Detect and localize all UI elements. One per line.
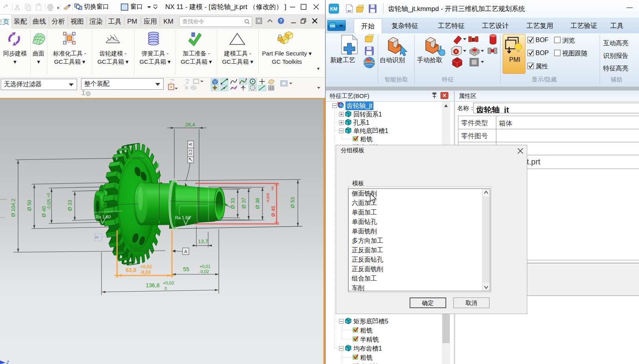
svg-text:28,4: 28,4 xyxy=(185,122,195,127)
svg-text:0: 0 xyxy=(164,286,167,291)
svg-text:-0,025: -0,025 xyxy=(47,198,51,210)
svg-text:+0,03: +0,03 xyxy=(163,281,174,285)
svg-text:Ø 104,2: Ø 104,2 xyxy=(10,199,16,217)
svg-text:Ø 37: Ø 37 xyxy=(241,198,247,209)
svg-text:Z: Z xyxy=(6,360,9,364)
svg-text:Ø 45: Ø 45 xyxy=(270,206,276,217)
svg-text:+0,02: +0,02 xyxy=(140,264,152,270)
svg-text:45: 45 xyxy=(155,163,160,168)
svg-text:KM: KM xyxy=(330,6,338,12)
svg-text:Ra 1.60: Ra 1.60 xyxy=(96,214,111,219)
svg-text:0.3: 0.3 xyxy=(188,150,193,155)
svg-text:Ø 53: Ø 53 xyxy=(290,197,295,208)
svg-text:+0,01: +0,01 xyxy=(199,264,211,269)
svg-text:63,8: 63,8 xyxy=(126,267,136,273)
svg-text:?: ? xyxy=(280,18,283,23)
svg-text:55: 55 xyxy=(183,266,189,272)
svg-text:-0,03: -0,03 xyxy=(140,270,151,275)
svg-text:Ø 33: Ø 33 xyxy=(67,200,73,211)
svg-text:B: B xyxy=(95,236,99,238)
svg-text:A: A xyxy=(188,143,193,146)
svg-text:-0,025: -0,025 xyxy=(266,193,270,203)
svg-text:Ø 50: Ø 50 xyxy=(26,200,32,211)
svg-text:136,8: 136,8 xyxy=(146,282,159,288)
svg-text:A: A xyxy=(184,249,187,254)
svg-text:-0,02: -0,02 xyxy=(199,269,209,274)
svg-text:KM: KM xyxy=(330,24,335,28)
svg-text:+0: +0 xyxy=(271,187,275,190)
svg-text:Ø 40: Ø 40 xyxy=(41,206,47,217)
svg-text:Ø 38: Ø 38 xyxy=(255,198,260,209)
svg-text:13,7: 13,7 xyxy=(198,238,208,244)
svg-text:+0: +0 xyxy=(46,193,51,198)
